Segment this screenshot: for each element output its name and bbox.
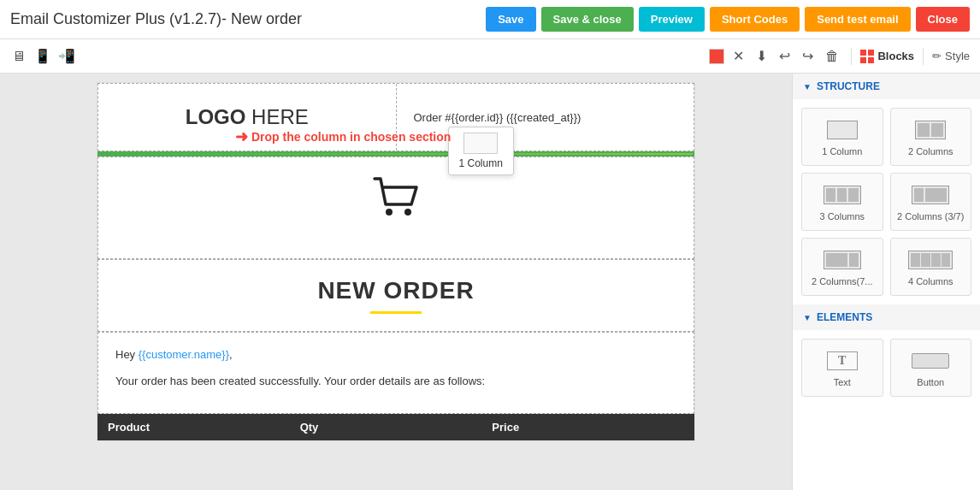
2col37-label: 2 Columns (3/7) xyxy=(897,211,964,221)
svg-point-0 xyxy=(386,209,393,215)
logo-bold: LOGO xyxy=(186,105,246,128)
desktop-icon[interactable]: 🖥 xyxy=(10,50,27,63)
hero-section xyxy=(97,156,694,259)
button-label: Button xyxy=(917,377,944,387)
tooltip-col-icon xyxy=(463,133,498,154)
tablet-icon[interactable]: 📱 xyxy=(34,50,51,63)
structure-label: STRUCTURE xyxy=(817,80,880,92)
svg-point-1 xyxy=(404,209,411,215)
greeting-text: Hey {{customer.name}}, xyxy=(115,346,676,364)
4col-icon xyxy=(896,247,966,273)
main-layout: LOGO HERE Order #{{order.id}} ({{created… xyxy=(0,74,980,490)
cart-icon xyxy=(370,174,422,232)
blocks-tab[interactable]: Blocks xyxy=(860,50,914,63)
email-wrapper: LOGO HERE Order #{{order.id}} ({{created… xyxy=(97,82,695,441)
elements-blocks-grid: T Text Button xyxy=(793,330,980,405)
block-1-column[interactable]: 1 Column xyxy=(801,108,883,166)
header: Email Customizer Plus (v1.2.7)- New orde… xyxy=(0,0,980,39)
text-label: Text xyxy=(834,377,851,387)
table-header: Product Qty Price xyxy=(97,414,694,440)
redo-icon[interactable]: ↪ xyxy=(799,46,817,66)
download-icon[interactable]: ⬇ xyxy=(753,46,770,66)
pencil-icon: ✏ xyxy=(932,50,942,62)
elements-section-header[interactable]: ELEMENTS xyxy=(793,304,980,330)
email-header-row: LOGO HERE Order #{{order.id}} ({{created… xyxy=(97,83,694,151)
color-picker[interactable] xyxy=(709,49,724,64)
4col-label: 4 Columns xyxy=(908,276,953,286)
short-codes-button[interactable]: Short Codes xyxy=(710,7,800,32)
save-close-button[interactable]: Save & close xyxy=(541,7,634,32)
blocks-grid-icon xyxy=(860,50,874,63)
structure-section-header[interactable]: STRUCTURE xyxy=(793,74,980,99)
style-tab[interactable]: ✏ Style xyxy=(932,50,970,62)
block-2col-37[interactable]: 2 Columns (3/7) xyxy=(890,173,972,231)
new-order-title: NEW ORDER xyxy=(115,277,676,304)
save-button[interactable]: Save xyxy=(486,7,535,32)
2col-icon xyxy=(896,117,966,143)
table-col-product: Product xyxy=(108,421,300,434)
canvas[interactable]: LOGO HERE Order #{{order.id}} ({{created… xyxy=(0,74,792,490)
separator xyxy=(851,48,852,65)
toolbar: 🖥 📱 📲 ✕ ⬇ ↩ ↪ 🗑 Blocks ✏ Style xyxy=(0,39,980,74)
element-text[interactable]: T Text xyxy=(801,339,883,397)
style-label: Style xyxy=(945,50,970,62)
block-3-columns[interactable]: 3 Columns xyxy=(801,173,883,231)
logo-text: LOGO HERE xyxy=(186,105,309,129)
2col37-icon xyxy=(896,182,966,208)
separator2 xyxy=(923,48,924,65)
block-2col-73[interactable]: 2 Columns(7... xyxy=(801,238,883,296)
header-buttons: Save Save & close Preview Short Codes Se… xyxy=(486,7,970,32)
drop-instruction-text: Drop the column in chosen section xyxy=(251,130,451,144)
table-col-price: Price xyxy=(492,421,684,434)
structure-blocks-grid: 1 Column 2 Columns 3 Columns 2 Columns (… xyxy=(793,99,980,304)
3col-label: 3 Columns xyxy=(819,211,865,221)
customer-name-variable: {{customer.name}} xyxy=(139,348,229,361)
new-order-section: NEW ORDER xyxy=(97,259,694,332)
2col73-label: 2 Columns(7... xyxy=(812,276,873,286)
drop-instruction: ➜ Drop the column in chosen section xyxy=(235,127,451,146)
preview-button[interactable]: Preview xyxy=(639,7,705,32)
undo-icon[interactable]: ↩ xyxy=(776,46,794,66)
2col73-icon xyxy=(807,247,877,273)
move-icon[interactable]: ✕ xyxy=(729,46,747,66)
tooltip-label: 1 Column xyxy=(459,157,503,169)
close-button[interactable]: Close xyxy=(916,7,970,32)
order-text: Order #{{order.id}} ({{created_at}}) xyxy=(414,111,582,124)
page-title: Email Customizer Plus (v1.2.7)- New orde… xyxy=(10,10,486,28)
right-panel: STRUCTURE 1 Column 2 Columns 3 Columns xyxy=(792,74,980,490)
drag-tooltip: 1 Column xyxy=(448,127,514,175)
elements-label: ELEMENTS xyxy=(817,311,872,323)
button-element-icon xyxy=(896,348,966,374)
1col-icon xyxy=(807,117,877,143)
block-2-columns[interactable]: 2 Columns xyxy=(890,108,972,166)
toolbar-right: ✕ ⬇ ↩ ↪ 🗑 Blocks ✏ Style xyxy=(709,46,970,66)
3col-icon xyxy=(807,182,877,208)
send-test-button[interactable]: Send test email xyxy=(805,7,910,32)
delete-icon[interactable]: 🗑 xyxy=(822,47,842,66)
blocks-label: Blocks xyxy=(877,50,914,62)
2col-label: 2 Columns xyxy=(908,146,953,156)
element-button[interactable]: Button xyxy=(890,339,972,397)
new-order-underline xyxy=(370,311,422,314)
table-col-qty: Qty xyxy=(300,421,493,434)
body-text: Your order has been created successfully… xyxy=(115,373,676,391)
mobile-icon[interactable]: 📲 xyxy=(58,50,75,63)
email-body-section: Hey {{customer.name}}, Your order has be… xyxy=(97,332,694,414)
text-element-icon: T xyxy=(807,348,877,374)
1col-label: 1 Column xyxy=(822,146,862,156)
block-4-columns[interactable]: 4 Columns xyxy=(890,238,972,296)
logo-here: HERE xyxy=(245,105,308,128)
